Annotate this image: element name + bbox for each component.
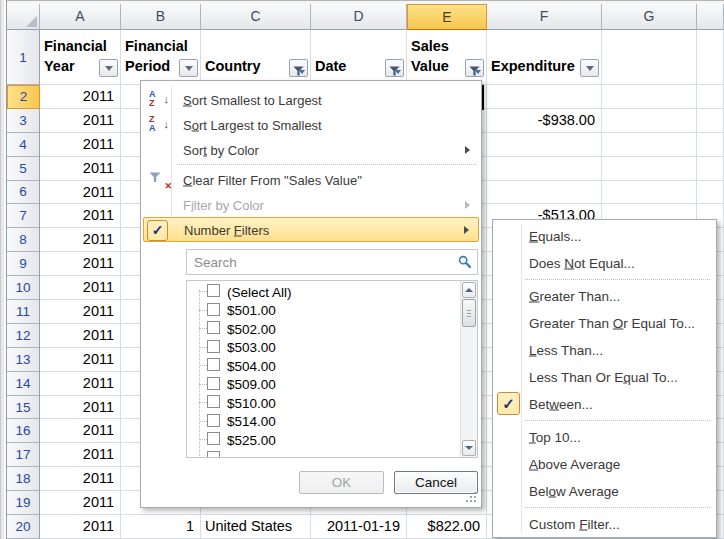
- row-header-11[interactable]: 11: [7, 300, 40, 324]
- submenu-item-greater-than[interactable]: Greater Than...: [495, 282, 714, 309]
- list-item-514-00[interactable]: $514.00: [187, 412, 460, 431]
- submenu-item-custom-filter[interactable]: Custom Filter...: [495, 510, 714, 537]
- submenu-item-above-average[interactable]: Above Average: [495, 450, 714, 477]
- row-header-8[interactable]: 8: [7, 228, 40, 252]
- filter-dropdown-button[interactable]: [99, 59, 118, 77]
- cell-A20[interactable]: 2011: [40, 515, 121, 539]
- checkbox-icon[interactable]: [207, 395, 220, 408]
- checkbox-icon[interactable]: [207, 303, 220, 316]
- cell-A4[interactable]: 2011: [40, 133, 121, 157]
- menu-item-number-filters[interactable]: ✓Number Filters: [143, 217, 479, 242]
- cell-B20[interactable]: 1: [121, 515, 201, 539]
- cell-C20[interactable]: United States: [201, 515, 311, 539]
- cell-G6[interactable]: [602, 181, 697, 205]
- cell-F6[interactable]: [487, 181, 602, 205]
- list-item-525-00[interactable]: $525.00: [187, 430, 460, 449]
- checkbox-icon[interactable]: [207, 414, 220, 427]
- cell-F2[interactable]: [487, 85, 602, 109]
- cell-G4[interactable]: [602, 133, 697, 157]
- row-header-1[interactable]: 1: [7, 30, 40, 85]
- submenu-item-equals[interactable]: Equals...: [495, 222, 714, 249]
- filter-funnel-button[interactable]: [385, 59, 404, 77]
- scrollbar[interactable]: [460, 281, 477, 457]
- list-item-501-00[interactable]: $501.00: [187, 301, 460, 320]
- resize-grip-icon[interactable]: [466, 492, 478, 504]
- cell-A5[interactable]: 2011: [40, 157, 121, 181]
- cell-A8[interactable]: 2011: [40, 228, 121, 252]
- cell-A15[interactable]: 2011: [40, 396, 121, 420]
- header-cell-e[interactable]: SalesValue: [407, 30, 487, 85]
- row-header-4[interactable]: 4: [7, 133, 40, 157]
- cell-F5[interactable]: [487, 157, 602, 181]
- cell-H5[interactable]: [697, 157, 724, 181]
- column-header-partial[interactable]: [697, 4, 724, 30]
- scrollbar-down-button[interactable]: [462, 440, 476, 456]
- column-header-g[interactable]: G: [602, 4, 697, 30]
- column-header-f[interactable]: F: [487, 4, 602, 30]
- header-cell-d[interactable]: Date: [311, 30, 407, 85]
- menu-item-filter-by-color[interactable]: Filter by Color: [143, 192, 479, 217]
- row-header-9[interactable]: 9: [7, 252, 40, 276]
- checkbox-icon[interactable]: [207, 284, 220, 297]
- column-header-c[interactable]: C: [201, 4, 311, 30]
- submenu-item-less-than[interactable]: Less Than...: [495, 336, 714, 363]
- cell-A9[interactable]: 2011: [40, 252, 121, 276]
- select-all-corner[interactable]: [7, 4, 40, 30]
- submenu-item-below-average[interactable]: Below Average: [495, 477, 714, 504]
- submenu-item-between[interactable]: ✓Between...: [495, 390, 714, 417]
- filter-dropdown-button[interactable]: [580, 59, 599, 77]
- row-header-19[interactable]: 19: [7, 491, 40, 515]
- checkbox-icon[interactable]: [207, 377, 220, 390]
- submenu-item-top-10[interactable]: Top 10...: [495, 423, 714, 450]
- cell-A14[interactable]: 2011: [40, 372, 121, 396]
- cell-H3[interactable]: [697, 109, 724, 133]
- cell-F3[interactable]: -$938.00: [487, 109, 602, 133]
- cell-A6[interactable]: 2011: [40, 181, 121, 205]
- cell-G2[interactable]: [602, 85, 697, 109]
- header-cell-g[interactable]: [602, 30, 697, 85]
- column-header-a[interactable]: A: [40, 4, 121, 30]
- menu-item-sort-largest-to-smallest[interactable]: ZA↓Sort Largest to Smallest: [143, 112, 479, 137]
- row-header-13[interactable]: 13: [7, 348, 40, 372]
- row-header-7[interactable]: 7: [7, 204, 40, 228]
- filter-funnel-button[interactable]: [465, 59, 484, 77]
- menu-item-sort-smallest-to-largest[interactable]: AZ↓Sort Smallest to Largest: [143, 87, 479, 112]
- cell-G5[interactable]: [602, 157, 697, 181]
- checkbox-icon[interactable]: [207, 432, 220, 445]
- submenu-item-does-not-equal[interactable]: Does Not Equal...: [495, 249, 714, 276]
- row-header-12[interactable]: 12: [7, 324, 40, 348]
- scrollbar-up-button[interactable]: [462, 282, 476, 298]
- menu-item-sort-by-color[interactable]: Sort by Color: [143, 137, 479, 162]
- row-header-15[interactable]: 15: [7, 396, 40, 420]
- checkbox-icon[interactable]: [207, 451, 220, 458]
- cell-H4[interactable]: [697, 133, 724, 157]
- cell-A18[interactable]: 2011: [40, 467, 121, 491]
- list-item-503-00[interactable]: $503.00: [187, 338, 460, 357]
- row-header-10[interactable]: 10: [7, 276, 40, 300]
- row-header-20[interactable]: 20: [7, 515, 40, 539]
- row-header-16[interactable]: 16: [7, 419, 40, 443]
- header-cell-f[interactable]: Expenditure: [487, 30, 602, 85]
- cell-E20[interactable]: $822.00: [407, 515, 487, 539]
- cell-F4[interactable]: [487, 133, 602, 157]
- row-header-17[interactable]: 17: [7, 443, 40, 467]
- cell-A10[interactable]: 2011: [40, 276, 121, 300]
- search-input[interactable]: [187, 250, 456, 274]
- row-header-14[interactable]: 14: [7, 372, 40, 396]
- column-header-d[interactable]: D: [311, 4, 407, 30]
- column-header-e[interactable]: E: [407, 4, 487, 30]
- cell-A13[interactable]: 2011: [40, 348, 121, 372]
- ok-button[interactable]: OK: [299, 471, 384, 494]
- cell-H6[interactable]: [697, 181, 724, 205]
- cell-H2[interactable]: [697, 85, 724, 109]
- checkbox-icon[interactable]: [207, 321, 220, 334]
- row-header-6[interactable]: 6: [7, 181, 40, 205]
- header-cell-h[interactable]: [697, 30, 724, 85]
- list-item-502-00[interactable]: $502.00: [187, 319, 460, 338]
- header-cell-a[interactable]: FinancialYear: [40, 30, 121, 85]
- filter-dropdown-button[interactable]: [179, 59, 198, 77]
- cell-A19[interactable]: 2011: [40, 491, 121, 515]
- header-cell-c[interactable]: Country: [201, 30, 311, 85]
- row-header-18[interactable]: 18: [7, 467, 40, 491]
- scrollbar-thumb[interactable]: [462, 299, 476, 327]
